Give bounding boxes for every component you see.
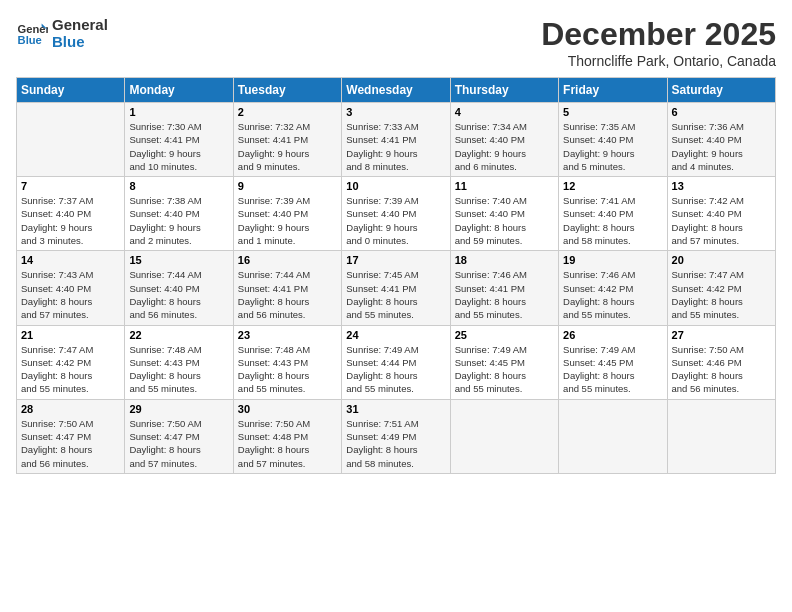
day-info: Sunrise: 7:32 AMSunset: 4:41 PMDaylight:…	[238, 120, 337, 173]
day-info: Sunrise: 7:46 AMSunset: 4:41 PMDaylight:…	[455, 268, 554, 321]
calendar-row: 14Sunrise: 7:43 AMSunset: 4:40 PMDayligh…	[17, 251, 776, 325]
calendar-cell: 19Sunrise: 7:46 AMSunset: 4:42 PMDayligh…	[559, 251, 667, 325]
day-info: Sunrise: 7:30 AMSunset: 4:41 PMDaylight:…	[129, 120, 228, 173]
page-header: General Blue General Blue December 2025 …	[16, 16, 776, 69]
calendar-cell	[450, 399, 558, 473]
day-info: Sunrise: 7:41 AMSunset: 4:40 PMDaylight:…	[563, 194, 662, 247]
calendar-cell: 20Sunrise: 7:47 AMSunset: 4:42 PMDayligh…	[667, 251, 775, 325]
day-number: 28	[21, 403, 120, 415]
calendar-cell: 5Sunrise: 7:35 AMSunset: 4:40 PMDaylight…	[559, 103, 667, 177]
calendar-title: December 2025	[541, 16, 776, 53]
day-number: 12	[563, 180, 662, 192]
calendar-cell: 24Sunrise: 7:49 AMSunset: 4:44 PMDayligh…	[342, 325, 450, 399]
day-info: Sunrise: 7:48 AMSunset: 4:43 PMDaylight:…	[129, 343, 228, 396]
day-number: 10	[346, 180, 445, 192]
calendar-cell: 12Sunrise: 7:41 AMSunset: 4:40 PMDayligh…	[559, 177, 667, 251]
day-number: 31	[346, 403, 445, 415]
day-info: Sunrise: 7:34 AMSunset: 4:40 PMDaylight:…	[455, 120, 554, 173]
calendar-cell: 17Sunrise: 7:45 AMSunset: 4:41 PMDayligh…	[342, 251, 450, 325]
calendar-body: 1Sunrise: 7:30 AMSunset: 4:41 PMDaylight…	[17, 103, 776, 474]
day-number: 2	[238, 106, 337, 118]
calendar-cell: 28Sunrise: 7:50 AMSunset: 4:47 PMDayligh…	[17, 399, 125, 473]
day-info: Sunrise: 7:44 AMSunset: 4:40 PMDaylight:…	[129, 268, 228, 321]
day-info: Sunrise: 7:49 AMSunset: 4:44 PMDaylight:…	[346, 343, 445, 396]
calendar-cell: 7Sunrise: 7:37 AMSunset: 4:40 PMDaylight…	[17, 177, 125, 251]
day-info: Sunrise: 7:38 AMSunset: 4:40 PMDaylight:…	[129, 194, 228, 247]
day-info: Sunrise: 7:51 AMSunset: 4:49 PMDaylight:…	[346, 417, 445, 470]
day-info: Sunrise: 7:36 AMSunset: 4:40 PMDaylight:…	[672, 120, 771, 173]
day-info: Sunrise: 7:44 AMSunset: 4:41 PMDaylight:…	[238, 268, 337, 321]
calendar-cell	[17, 103, 125, 177]
svg-text:General: General	[18, 23, 48, 35]
day-info: Sunrise: 7:33 AMSunset: 4:41 PMDaylight:…	[346, 120, 445, 173]
calendar-cell: 27Sunrise: 7:50 AMSunset: 4:46 PMDayligh…	[667, 325, 775, 399]
day-info: Sunrise: 7:46 AMSunset: 4:42 PMDaylight:…	[563, 268, 662, 321]
calendar-cell	[667, 399, 775, 473]
calendar-cell: 18Sunrise: 7:46 AMSunset: 4:41 PMDayligh…	[450, 251, 558, 325]
day-info: Sunrise: 7:43 AMSunset: 4:40 PMDaylight:…	[21, 268, 120, 321]
day-number: 7	[21, 180, 120, 192]
calendar-cell: 10Sunrise: 7:39 AMSunset: 4:40 PMDayligh…	[342, 177, 450, 251]
header-cell-wednesday: Wednesday	[342, 78, 450, 103]
day-number: 30	[238, 403, 337, 415]
day-number: 15	[129, 254, 228, 266]
calendar-cell: 11Sunrise: 7:40 AMSunset: 4:40 PMDayligh…	[450, 177, 558, 251]
logo-line1: General	[52, 16, 108, 33]
day-number: 11	[455, 180, 554, 192]
calendar-row: 21Sunrise: 7:47 AMSunset: 4:42 PMDayligh…	[17, 325, 776, 399]
calendar-cell: 3Sunrise: 7:33 AMSunset: 4:41 PMDaylight…	[342, 103, 450, 177]
header-cell-thursday: Thursday	[450, 78, 558, 103]
calendar-cell: 6Sunrise: 7:36 AMSunset: 4:40 PMDaylight…	[667, 103, 775, 177]
day-number: 8	[129, 180, 228, 192]
day-info: Sunrise: 7:50 AMSunset: 4:47 PMDaylight:…	[129, 417, 228, 470]
day-number: 18	[455, 254, 554, 266]
header-row: SundayMondayTuesdayWednesdayThursdayFrid…	[17, 78, 776, 103]
day-number: 25	[455, 329, 554, 341]
day-number: 3	[346, 106, 445, 118]
day-info: Sunrise: 7:50 AMSunset: 4:47 PMDaylight:…	[21, 417, 120, 470]
day-number: 4	[455, 106, 554, 118]
logo-icon: General Blue	[16, 17, 48, 49]
day-info: Sunrise: 7:39 AMSunset: 4:40 PMDaylight:…	[346, 194, 445, 247]
title-block: December 2025 Thorncliffe Park, Ontario,…	[541, 16, 776, 69]
day-number: 19	[563, 254, 662, 266]
calendar-cell: 22Sunrise: 7:48 AMSunset: 4:43 PMDayligh…	[125, 325, 233, 399]
day-info: Sunrise: 7:49 AMSunset: 4:45 PMDaylight:…	[563, 343, 662, 396]
calendar-cell: 2Sunrise: 7:32 AMSunset: 4:41 PMDaylight…	[233, 103, 341, 177]
day-info: Sunrise: 7:35 AMSunset: 4:40 PMDaylight:…	[563, 120, 662, 173]
logo-line2: Blue	[52, 33, 108, 50]
calendar-cell: 30Sunrise: 7:50 AMSunset: 4:48 PMDayligh…	[233, 399, 341, 473]
day-info: Sunrise: 7:47 AMSunset: 4:42 PMDaylight:…	[21, 343, 120, 396]
calendar-table: SundayMondayTuesdayWednesdayThursdayFrid…	[16, 77, 776, 474]
calendar-cell: 21Sunrise: 7:47 AMSunset: 4:42 PMDayligh…	[17, 325, 125, 399]
day-info: Sunrise: 7:42 AMSunset: 4:40 PMDaylight:…	[672, 194, 771, 247]
day-number: 21	[21, 329, 120, 341]
calendar-cell: 15Sunrise: 7:44 AMSunset: 4:40 PMDayligh…	[125, 251, 233, 325]
day-number: 14	[21, 254, 120, 266]
day-number: 24	[346, 329, 445, 341]
day-info: Sunrise: 7:50 AMSunset: 4:48 PMDaylight:…	[238, 417, 337, 470]
calendar-cell	[559, 399, 667, 473]
calendar-cell: 4Sunrise: 7:34 AMSunset: 4:40 PMDaylight…	[450, 103, 558, 177]
day-number: 1	[129, 106, 228, 118]
day-number: 9	[238, 180, 337, 192]
day-number: 27	[672, 329, 771, 341]
calendar-cell: 23Sunrise: 7:48 AMSunset: 4:43 PMDayligh…	[233, 325, 341, 399]
header-cell-tuesday: Tuesday	[233, 78, 341, 103]
day-number: 6	[672, 106, 771, 118]
day-number: 23	[238, 329, 337, 341]
day-info: Sunrise: 7:48 AMSunset: 4:43 PMDaylight:…	[238, 343, 337, 396]
calendar-cell: 29Sunrise: 7:50 AMSunset: 4:47 PMDayligh…	[125, 399, 233, 473]
header-cell-saturday: Saturday	[667, 78, 775, 103]
day-info: Sunrise: 7:39 AMSunset: 4:40 PMDaylight:…	[238, 194, 337, 247]
day-info: Sunrise: 7:40 AMSunset: 4:40 PMDaylight:…	[455, 194, 554, 247]
calendar-header: SundayMondayTuesdayWednesdayThursdayFrid…	[17, 78, 776, 103]
day-info: Sunrise: 7:37 AMSunset: 4:40 PMDaylight:…	[21, 194, 120, 247]
day-number: 22	[129, 329, 228, 341]
calendar-cell: 13Sunrise: 7:42 AMSunset: 4:40 PMDayligh…	[667, 177, 775, 251]
day-info: Sunrise: 7:45 AMSunset: 4:41 PMDaylight:…	[346, 268, 445, 321]
day-number: 16	[238, 254, 337, 266]
svg-text:Blue: Blue	[18, 34, 42, 46]
calendar-row: 7Sunrise: 7:37 AMSunset: 4:40 PMDaylight…	[17, 177, 776, 251]
calendar-cell: 1Sunrise: 7:30 AMSunset: 4:41 PMDaylight…	[125, 103, 233, 177]
